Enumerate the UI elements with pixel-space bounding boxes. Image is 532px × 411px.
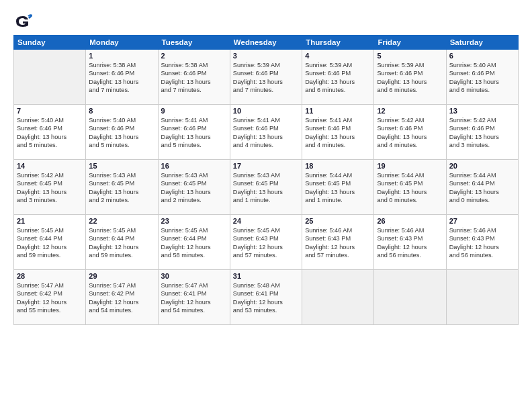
day-info: Sunrise: 5:40 AM Sunset: 6:46 PM Dayligh… — [17, 116, 83, 150]
day-info: Sunrise: 5:44 AM Sunset: 6:44 PM Dayligh… — [449, 171, 515, 205]
day-number: 14 — [17, 162, 83, 170]
table-row: 19Sunrise: 5:44 AM Sunset: 6:45 PM Dayli… — [374, 160, 446, 215]
table-row: 4Sunrise: 5:39 AM Sunset: 6:46 PM Daylig… — [302, 50, 374, 105]
table-row — [14, 50, 86, 105]
col-header-wednesday: Wednesday — [230, 36, 302, 50]
day-info: Sunrise: 5:47 AM Sunset: 6:42 PM Dayligh… — [17, 281, 83, 315]
day-number: 1 — [89, 52, 154, 60]
day-info: Sunrise: 5:39 AM Sunset: 6:46 PM Dayligh… — [377, 61, 443, 95]
day-info: Sunrise: 5:42 AM Sunset: 6:46 PM Dayligh… — [449, 116, 515, 150]
day-info: Sunrise: 5:41 AM Sunset: 6:46 PM Dayligh… — [161, 116, 227, 150]
table-row: 27Sunrise: 5:46 AM Sunset: 6:43 PM Dayli… — [446, 215, 518, 270]
table-row: 23Sunrise: 5:45 AM Sunset: 6:44 PM Dayli… — [158, 215, 230, 270]
day-info: Sunrise: 5:48 AM Sunset: 6:41 PM Dayligh… — [233, 281, 299, 315]
table-row: 18Sunrise: 5:44 AM Sunset: 6:45 PM Dayli… — [302, 160, 374, 215]
day-number: 29 — [89, 272, 154, 280]
day-info: Sunrise: 5:46 AM Sunset: 6:43 PM Dayligh… — [305, 226, 371, 260]
table-row — [302, 270, 374, 325]
day-number: 3 — [233, 52, 299, 60]
day-number: 16 — [161, 162, 227, 170]
table-row: 8Sunrise: 5:40 AM Sunset: 6:46 PM Daylig… — [86, 105, 158, 160]
col-header-monday: Monday — [86, 36, 158, 50]
day-info: Sunrise: 5:43 AM Sunset: 6:45 PM Dayligh… — [161, 171, 227, 205]
day-info: Sunrise: 5:47 AM Sunset: 6:41 PM Dayligh… — [161, 281, 227, 315]
day-info: Sunrise: 5:45 AM Sunset: 6:44 PM Dayligh… — [161, 226, 227, 260]
table-row: 16Sunrise: 5:43 AM Sunset: 6:45 PM Dayli… — [158, 160, 230, 215]
day-number: 28 — [17, 272, 83, 280]
day-number: 30 — [161, 272, 227, 280]
day-number: 12 — [377, 107, 443, 115]
table-row: 20Sunrise: 5:44 AM Sunset: 6:44 PM Dayli… — [446, 160, 518, 215]
table-row: 26Sunrise: 5:46 AM Sunset: 6:43 PM Dayli… — [374, 215, 446, 270]
day-number: 22 — [89, 217, 154, 225]
day-number: 31 — [233, 272, 299, 280]
day-number: 23 — [161, 217, 227, 225]
day-number: 19 — [377, 162, 443, 170]
table-row: 25Sunrise: 5:46 AM Sunset: 6:43 PM Dayli… — [302, 215, 374, 270]
calendar-table: SundayMondayTuesdayWednesdayThursdayFrid… — [13, 35, 519, 325]
day-number: 2 — [161, 52, 227, 60]
day-info: Sunrise: 5:39 AM Sunset: 6:46 PM Dayligh… — [233, 61, 299, 95]
day-info: Sunrise: 5:42 AM Sunset: 6:46 PM Dayligh… — [377, 116, 443, 150]
table-row: 15Sunrise: 5:43 AM Sunset: 6:45 PM Dayli… — [86, 160, 158, 215]
day-number: 5 — [377, 52, 443, 60]
table-row: 1Sunrise: 5:38 AM Sunset: 6:46 PM Daylig… — [86, 50, 158, 105]
day-number: 18 — [305, 162, 371, 170]
day-number: 6 — [449, 52, 515, 60]
day-info: Sunrise: 5:39 AM Sunset: 6:46 PM Dayligh… — [305, 61, 371, 95]
day-number: 8 — [89, 107, 154, 115]
table-row — [374, 270, 446, 325]
col-header-tuesday: Tuesday — [158, 36, 230, 50]
day-number: 21 — [17, 217, 83, 225]
day-number: 10 — [233, 107, 299, 115]
col-header-sunday: Sunday — [14, 36, 86, 50]
table-row — [446, 270, 518, 325]
table-row: 29Sunrise: 5:47 AM Sunset: 6:42 PM Dayli… — [86, 270, 158, 325]
col-header-thursday: Thursday — [302, 36, 374, 50]
table-row: 24Sunrise: 5:45 AM Sunset: 6:43 PM Dayli… — [230, 215, 302, 270]
day-number: 26 — [377, 217, 443, 225]
day-number: 13 — [449, 107, 515, 115]
day-info: Sunrise: 5:45 AM Sunset: 6:43 PM Dayligh… — [233, 226, 299, 260]
day-info: Sunrise: 5:41 AM Sunset: 6:46 PM Dayligh… — [305, 116, 371, 150]
day-number: 15 — [89, 162, 154, 170]
day-number: 27 — [449, 217, 515, 225]
table-row: 2Sunrise: 5:38 AM Sunset: 6:46 PM Daylig… — [158, 50, 230, 105]
day-info: Sunrise: 5:43 AM Sunset: 6:45 PM Dayligh… — [89, 171, 154, 205]
day-number: 11 — [305, 107, 371, 115]
day-info: Sunrise: 5:40 AM Sunset: 6:46 PM Dayligh… — [449, 61, 515, 95]
day-info: Sunrise: 5:44 AM Sunset: 6:45 PM Dayligh… — [377, 171, 443, 205]
day-info: Sunrise: 5:45 AM Sunset: 6:44 PM Dayligh… — [17, 226, 83, 260]
day-number: 24 — [233, 217, 299, 225]
table-row: 5Sunrise: 5:39 AM Sunset: 6:46 PM Daylig… — [374, 50, 446, 105]
day-info: Sunrise: 5:43 AM Sunset: 6:45 PM Dayligh… — [233, 171, 299, 205]
table-row: 17Sunrise: 5:43 AM Sunset: 6:45 PM Dayli… — [230, 160, 302, 215]
day-number: 20 — [449, 162, 515, 170]
table-row: 31Sunrise: 5:48 AM Sunset: 6:41 PM Dayli… — [230, 270, 302, 325]
day-info: Sunrise: 5:38 AM Sunset: 6:46 PM Dayligh… — [89, 61, 154, 95]
day-info: Sunrise: 5:47 AM Sunset: 6:42 PM Dayligh… — [89, 281, 154, 315]
day-info: Sunrise: 5:42 AM Sunset: 6:45 PM Dayligh… — [17, 171, 83, 205]
day-number: 9 — [161, 107, 227, 115]
day-info: Sunrise: 5:40 AM Sunset: 6:46 PM Dayligh… — [89, 116, 154, 150]
table-row: 22Sunrise: 5:45 AM Sunset: 6:44 PM Dayli… — [86, 215, 158, 270]
col-header-saturday: Saturday — [446, 36, 518, 50]
day-number: 17 — [233, 162, 299, 170]
table-row: 14Sunrise: 5:42 AM Sunset: 6:45 PM Dayli… — [14, 160, 86, 215]
day-number: 4 — [305, 52, 371, 60]
day-number: 25 — [305, 217, 371, 225]
day-info: Sunrise: 5:46 AM Sunset: 6:43 PM Dayligh… — [449, 226, 515, 260]
day-info: Sunrise: 5:45 AM Sunset: 6:44 PM Dayligh… — [89, 226, 154, 260]
day-info: Sunrise: 5:44 AM Sunset: 6:45 PM Dayligh… — [305, 171, 371, 205]
day-info: Sunrise: 5:38 AM Sunset: 6:46 PM Dayligh… — [161, 61, 227, 95]
table-row: 13Sunrise: 5:42 AM Sunset: 6:46 PM Dayli… — [446, 105, 518, 160]
day-info: Sunrise: 5:41 AM Sunset: 6:46 PM Dayligh… — [233, 116, 299, 150]
table-row: 3Sunrise: 5:39 AM Sunset: 6:46 PM Daylig… — [230, 50, 302, 105]
table-row: 21Sunrise: 5:45 AM Sunset: 6:44 PM Dayli… — [14, 215, 86, 270]
day-number: 7 — [17, 107, 83, 115]
table-row: 7Sunrise: 5:40 AM Sunset: 6:46 PM Daylig… — [14, 105, 86, 160]
table-row: 9Sunrise: 5:41 AM Sunset: 6:46 PM Daylig… — [158, 105, 230, 160]
table-row: 11Sunrise: 5:41 AM Sunset: 6:46 PM Dayli… — [302, 105, 374, 160]
table-row: 6Sunrise: 5:40 AM Sunset: 6:46 PM Daylig… — [446, 50, 518, 105]
logo — [13, 12, 35, 31]
